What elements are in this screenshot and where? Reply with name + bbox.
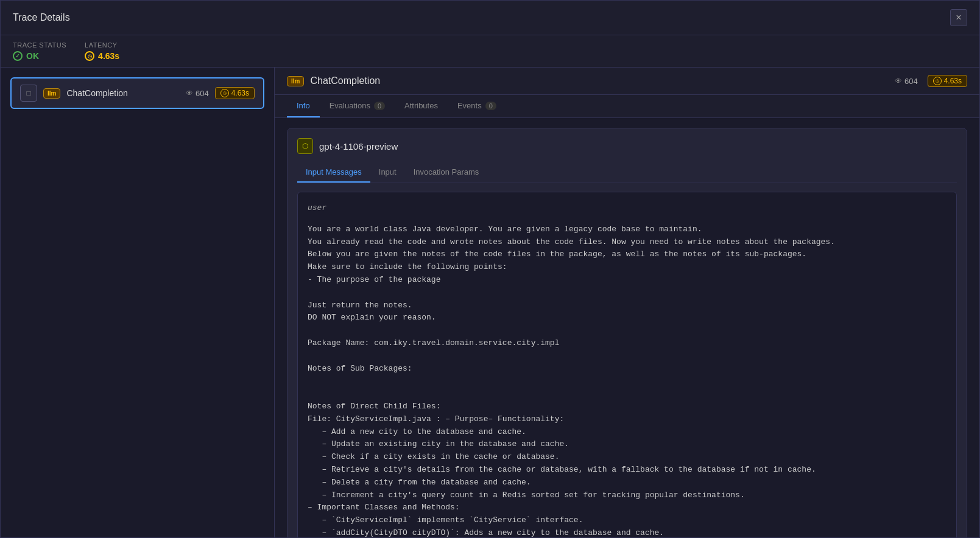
message-content: You are a world class Java developer. Yo…: [308, 223, 947, 537]
eye-icon-left: 👁: [186, 89, 193, 97]
clock-icon-right: ◷: [933, 77, 942, 85]
latency-right: 4.63s: [944, 77, 962, 85]
tokens-left: 604: [196, 89, 209, 98]
main-content: □ llm ChatCompletion 👁 604 ◷ 4.63s llm C: [1, 68, 979, 537]
llm-badge-right: llm: [287, 76, 304, 86]
trace-status-item: Trace Status ✓ OK: [13, 41, 66, 61]
trace-details-modal: Trace Details × Trace Status ✓ OK Latenc…: [0, 0, 980, 538]
tab-evaluations-badge: 0: [374, 102, 385, 110]
modal-title: Trace Details: [13, 12, 70, 23]
sub-tab-invocation-params-label: Invocation Params: [414, 167, 479, 176]
latency-label: Latency: [85, 41, 119, 49]
model-icon: ⬡: [297, 138, 313, 154]
trace-status-value: ✓ OK: [13, 51, 66, 61]
latency-number: 4.63s: [98, 51, 119, 61]
message-role: user: [308, 202, 947, 215]
tab-events[interactable]: Events 0: [448, 95, 506, 117]
right-panel: llm ChatCompletion 👁 604 ◷ 4.63s: [275, 68, 979, 537]
sub-tab-invocation-params[interactable]: Invocation Params: [405, 162, 488, 183]
detail-body: ⬡ gpt-4-1106-preview Input Messages Inpu…: [275, 118, 979, 537]
tokens-right: 604: [904, 77, 918, 86]
token-count-left: 👁 604: [186, 89, 209, 98]
sub-tab-input-messages-label: Input Messages: [306, 167, 362, 176]
modal-header: Trace Details ×: [1, 1, 979, 35]
latency-badge-right: ◷ 4.63s: [928, 75, 967, 87]
latency-value: ◷ 4.63s: [85, 51, 119, 61]
latency-left: 4.63s: [231, 89, 249, 97]
tab-evaluations[interactable]: Evaluations 0: [320, 95, 395, 117]
tab-events-label: Events: [457, 101, 482, 110]
clock-icon-left: ◷: [220, 89, 229, 97]
check-icon: ✓: [13, 51, 23, 61]
detail-title-text: ChatCompletion: [310, 75, 380, 86]
tab-info[interactable]: Info: [287, 95, 320, 117]
tab-info-label: Info: [297, 101, 310, 110]
trace-card[interactable]: □ llm ChatCompletion 👁 604 ◷ 4.63s: [10, 77, 264, 109]
sub-tab-input-label: Input: [379, 167, 397, 176]
latency-badge-left: ◷ 4.63s: [215, 87, 255, 99]
trace-card-name: ChatCompletion: [66, 88, 179, 98]
left-panel: □ llm ChatCompletion 👁 604 ◷ 4.63s: [1, 68, 275, 537]
main-tabs: Info Evaluations 0 Attributes Events 0: [275, 95, 979, 118]
latency-item: Latency ◷ 4.63s: [85, 41, 119, 61]
status-bar: Trace Status ✓ OK Latency ◷ 4.63s: [1, 35, 979, 68]
model-header: ⬡ gpt-4-1106-preview: [297, 138, 957, 154]
detail-title-container: llm ChatCompletion: [287, 75, 380, 86]
model-name: gpt-4-1106-preview: [319, 141, 398, 152]
tab-attributes[interactable]: Attributes: [395, 95, 448, 117]
tab-events-badge: 0: [485, 102, 496, 110]
sub-tab-input[interactable]: Input: [370, 162, 405, 183]
tab-attributes-label: Attributes: [404, 101, 438, 110]
message-box: user You are a world class Java develope…: [297, 192, 957, 537]
trace-status-ok: OK: [26, 51, 39, 61]
clock-icon: ◷: [85, 51, 94, 61]
trace-square-icon: □: [20, 85, 37, 102]
model-card: ⬡ gpt-4-1106-preview Input Messages Inpu…: [287, 128, 967, 537]
sub-tab-input-messages[interactable]: Input Messages: [297, 162, 370, 183]
detail-header: llm ChatCompletion 👁 604 ◷ 4.63s: [275, 68, 979, 95]
sub-tabs: Input Messages Input Invocation Params: [297, 162, 957, 183]
llm-badge-left: llm: [43, 88, 60, 99]
token-count-right: 👁 604: [895, 77, 918, 86]
detail-stats: 👁 604 ◷ 4.63s: [895, 75, 967, 87]
tab-evaluations-label: Evaluations: [330, 101, 370, 110]
eye-icon-right: 👁: [895, 77, 902, 85]
trace-status-label: Trace Status: [13, 41, 66, 49]
close-button[interactable]: ×: [950, 9, 967, 26]
